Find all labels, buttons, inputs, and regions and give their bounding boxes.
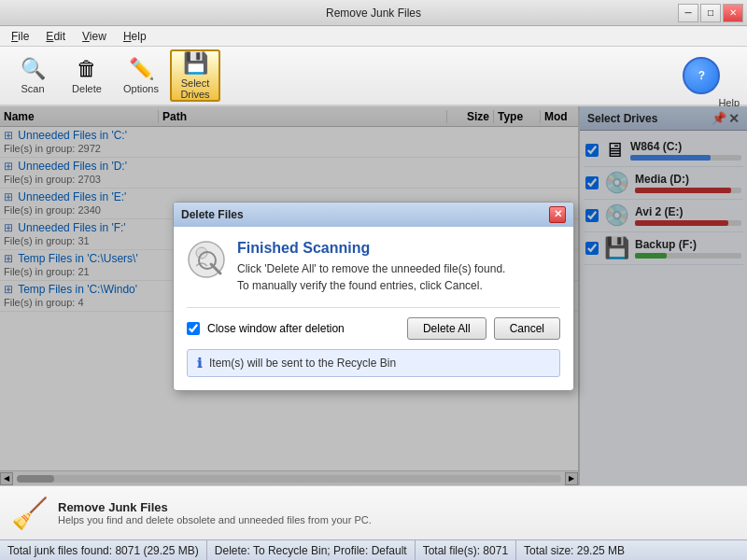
delete-all-button[interactable]: Delete All: [407, 317, 486, 340]
status-bar: Total junk files found: 8071 (29.25 MB) …: [0, 539, 747, 560]
modal-divider: [187, 307, 560, 308]
window-close-button[interactable]: ✕: [723, 4, 743, 22]
info-icon: ℹ: [197, 356, 202, 371]
title-bar: Remove Junk Files ─ □ ✕: [0, 0, 747, 26]
select-drives-button[interactable]: 💾 SelectDrives: [170, 49, 220, 102]
minimize-button[interactable]: ─: [678, 4, 698, 22]
help-button[interactable]: ?: [683, 57, 720, 94]
select-drives-label: SelectDrives: [180, 77, 209, 100]
menu-help[interactable]: Help: [116, 28, 154, 45]
modal-heading: Finished Scanning: [237, 240, 505, 257]
close-window-checkbox[interactable]: [187, 322, 200, 335]
modal-title-bar: Delete Files ✕: [174, 203, 573, 227]
modal-info-text: Item(s) will be sent to the Recycle Bin: [209, 357, 396, 370]
menu-file[interactable]: File: [4, 28, 36, 45]
bottom-area: 🧹 Remove Junk Files Helps you find and d…: [0, 485, 747, 539]
delete-button[interactable]: 🗑 Delete: [62, 49, 112, 102]
scan-label: Scan: [21, 83, 44, 94]
delete-label: Delete: [72, 83, 102, 94]
options-icon: ✏️: [129, 57, 154, 81]
main-content-area: Name Path Size Type Mod ⊞ Unneeded Files…: [0, 106, 747, 485]
menu-view[interactable]: View: [75, 28, 114, 45]
status-file-count: Total file(s): 8071: [416, 540, 516, 560]
options-button[interactable]: ✏️ Options: [116, 49, 166, 102]
menu-edit[interactable]: Edit: [38, 28, 73, 45]
delete-icon: 🗑: [77, 57, 97, 81]
cancel-button[interactable]: Cancel: [494, 317, 560, 340]
select-drives-icon: 💾: [183, 51, 208, 76]
scan-icon: 🔍: [21, 57, 46, 81]
modal-close-button[interactable]: ✕: [549, 206, 566, 223]
maximize-button[interactable]: □: [700, 4, 721, 22]
app-description: Helps you find and delete obsolete and u…: [58, 514, 372, 525]
modal-checkbox-row: Close window after deletion Delete All C…: [187, 317, 560, 340]
status-total-junk: Total junk files found: 8071 (29.25 MB): [0, 540, 207, 560]
close-window-label: Close window after deletion: [207, 322, 345, 335]
finished-scan-icon: [187, 240, 226, 287]
scan-button[interactable]: 🔍 Scan: [7, 49, 58, 102]
modal-title: Delete Files: [181, 208, 244, 221]
modal-text-area: Finished Scanning Click 'Delete All' to …: [237, 240, 505, 294]
modal-body: Finished Scanning Click 'Delete All' to …: [174, 227, 573, 390]
status-total-size: Total size: 29.25 MB: [516, 540, 632, 560]
help-label: ?: [698, 69, 705, 82]
modal-description: Click 'Delete All' to remove the unneede…: [237, 260, 505, 294]
toolbar: 🔍 Scan 🗑 Delete ✏️ Options 💾 SelectDrive…: [0, 47, 747, 106]
options-label: Options: [123, 83, 159, 94]
modal-overlay: Delete Files ✕ Finished: [0, 106, 747, 485]
app-title: Remove Junk Files: [58, 500, 372, 514]
app-icon: 🧹: [11, 496, 49, 531]
modal-top-section: Finished Scanning Click 'Delete All' to …: [187, 240, 560, 294]
modal-info-row: ℹ Item(s) will be sent to the Recycle Bi…: [187, 349, 560, 377]
delete-files-dialog: Delete Files ✕ Finished: [173, 202, 574, 391]
bottom-text-area: Remove Junk Files Helps you find and del…: [58, 500, 372, 525]
window-controls: ─ □ ✕: [678, 4, 743, 22]
window-title: Remove Junk Files: [326, 7, 421, 20]
status-profile: Delete: To Recycle Bin; Profile: Default: [207, 540, 416, 560]
menu-bar: File Edit View Help: [0, 26, 747, 47]
